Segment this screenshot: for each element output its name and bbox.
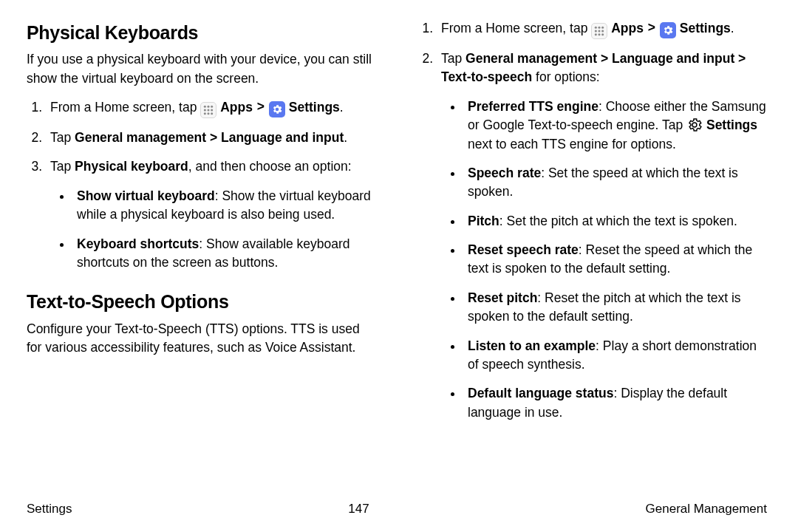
svg-point-2 bbox=[211, 106, 213, 108]
step-2: Tap General management > Language and in… bbox=[46, 129, 376, 147]
tts-options-list: Preferred TTS engine: Choose either the … bbox=[441, 98, 767, 422]
text: Tap bbox=[441, 51, 466, 66]
page-content: Physical Keyboards If you use a physical… bbox=[27, 19, 767, 496]
option-name: Speech rate bbox=[468, 166, 541, 180]
svg-point-11 bbox=[601, 27, 604, 29]
svg-point-14 bbox=[601, 30, 604, 32]
settings-icon bbox=[269, 101, 285, 117]
bold-path: Physical keyboard bbox=[75, 159, 188, 174]
footer-right: General Management bbox=[646, 500, 767, 519]
text: . bbox=[340, 100, 344, 115]
svg-point-16 bbox=[598, 33, 601, 35]
list-item: Preferred TTS engine: Choose either the … bbox=[463, 98, 767, 154]
left-column: Physical Keyboards If you use a physical… bbox=[27, 19, 376, 496]
options-list: Show virtual keyboard: Show the virtual … bbox=[50, 187, 376, 273]
settings-icon bbox=[660, 22, 676, 38]
list-item: Show virtual keyboard: Show the virtual … bbox=[72, 187, 376, 225]
page-footer: Settings 147 General Management bbox=[27, 500, 767, 519]
option-desc: next to each TTS engine for options. bbox=[468, 137, 676, 151]
svg-point-18 bbox=[692, 123, 697, 127]
option-name: Pitch bbox=[468, 214, 499, 228]
option-name: Default language status bbox=[468, 386, 613, 400]
apps-icon bbox=[591, 23, 607, 39]
list-item: Default language status: Display the def… bbox=[463, 384, 767, 422]
right-column: From a Home screen, tap Apps > Settings.… bbox=[417, 19, 767, 496]
text: From a Home screen, tap bbox=[441, 21, 591, 35]
chevron-icon: > bbox=[257, 97, 265, 117]
svg-point-0 bbox=[204, 106, 206, 108]
chevron-icon: > bbox=[648, 18, 655, 38]
bold-path: General management > Language and input bbox=[75, 130, 344, 145]
svg-point-8 bbox=[211, 112, 213, 115]
step-2: Tap General management > Language and in… bbox=[437, 50, 767, 422]
list-item: Reset speech rate: Reset the speed at wh… bbox=[463, 241, 767, 279]
intro-physical-keyboards: If you use a physical keyboard with your… bbox=[27, 50, 376, 88]
svg-point-7 bbox=[208, 112, 210, 115]
option-name: Listen to an example bbox=[468, 338, 596, 353]
intro-tts-options: Configure your Text-to-Speech (TTS) opti… bbox=[27, 320, 376, 358]
option-name: Reset speech rate bbox=[468, 242, 579, 257]
apps-label: Apps bbox=[611, 21, 644, 35]
step-1: From a Home screen, tap Apps > Settings. bbox=[437, 19, 767, 39]
svg-point-3 bbox=[204, 109, 206, 111]
step-3: Tap Physical keyboard, and then choose a… bbox=[46, 157, 376, 272]
svg-point-9 bbox=[595, 27, 597, 29]
svg-point-12 bbox=[595, 30, 597, 32]
settings-label: Settings bbox=[289, 100, 340, 115]
svg-point-15 bbox=[595, 33, 597, 35]
text: Tap bbox=[50, 130, 75, 145]
svg-point-5 bbox=[211, 109, 213, 111]
text: Tap bbox=[50, 159, 75, 174]
list-item: Speech rate: Set the speed at which the … bbox=[463, 164, 767, 202]
heading-tts-options: Text-to-Speech Options bbox=[27, 288, 376, 315]
option-name: Reset pitch bbox=[468, 290, 537, 305]
svg-point-13 bbox=[598, 30, 601, 32]
option-desc: : Set the pitch at which the text is spo… bbox=[499, 214, 737, 228]
heading-physical-keyboards: Physical Keyboards bbox=[27, 19, 376, 46]
svg-point-1 bbox=[208, 106, 210, 108]
steps-tts: From a Home screen, tap Apps > Settings.… bbox=[417, 19, 767, 422]
apps-label: Apps bbox=[220, 100, 253, 115]
svg-point-4 bbox=[208, 109, 210, 111]
settings-label: Settings bbox=[680, 21, 731, 35]
step-1: From a Home screen, tap Apps > Settings. bbox=[46, 98, 376, 118]
text: . bbox=[344, 130, 347, 145]
text: , and then choose an option: bbox=[188, 159, 352, 174]
text: . bbox=[731, 21, 734, 35]
svg-point-17 bbox=[601, 33, 604, 35]
footer-left: Settings bbox=[27, 500, 72, 519]
page-number: 147 bbox=[348, 500, 369, 519]
option-name: Preferred TTS engine bbox=[468, 99, 598, 114]
list-item: Keyboard shortcuts: Show available keybo… bbox=[72, 235, 376, 273]
text: From a Home screen, tap bbox=[50, 100, 200, 115]
apps-icon bbox=[200, 102, 216, 118]
option-name: Keyboard shortcuts bbox=[77, 236, 199, 251]
settings-label: Settings bbox=[706, 117, 757, 132]
list-item: Listen to an example: Play a short demon… bbox=[463, 337, 767, 375]
list-item: Reset pitch: Reset the pitch at which th… bbox=[463, 289, 767, 327]
list-item: Pitch: Set the pitch at which the text i… bbox=[463, 212, 767, 231]
settings-outline-icon bbox=[686, 117, 703, 133]
svg-point-10 bbox=[598, 27, 601, 29]
svg-point-6 bbox=[204, 112, 206, 115]
text: for options: bbox=[532, 69, 599, 84]
steps-physical-keyboards: From a Home screen, tap Apps > Settings.… bbox=[27, 98, 376, 272]
option-name: Show virtual keyboard bbox=[77, 188, 215, 203]
